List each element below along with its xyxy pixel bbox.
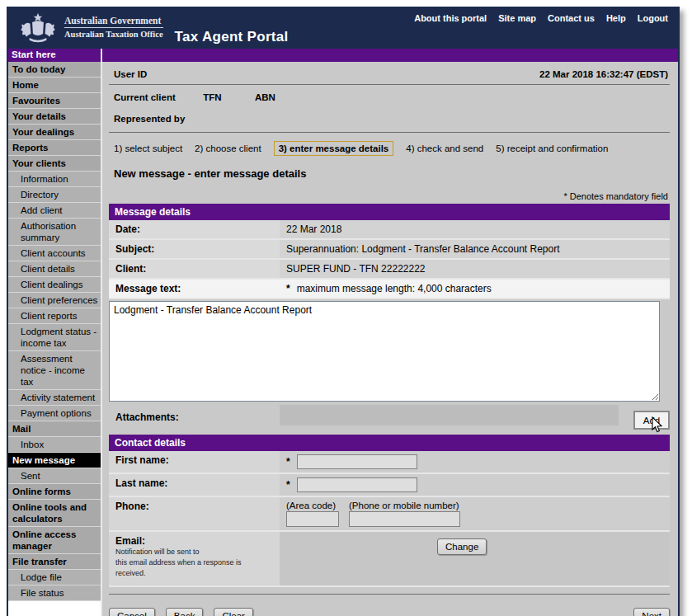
clear-button[interactable]: Clear (214, 608, 252, 616)
office-name-text: Australian Taxation Office (64, 28, 163, 39)
wizard-steps: 1) select subject 2) choose client 3) en… (109, 133, 670, 158)
current-client-bar: Current client TFN ABN (109, 85, 670, 104)
mandatory-field-note: * Denotes mandatory field (109, 181, 670, 204)
sidebar-item-sent[interactable]: Sent (8, 468, 101, 484)
attachments-label: Attachments: (109, 405, 280, 423)
sidebar-item-file-status[interactable]: File status (8, 585, 101, 601)
gov-name-text: Australian Government (64, 16, 163, 28)
cancel-button[interactable]: Cancel (109, 608, 155, 616)
sidebar-item-mail[interactable]: Mail (8, 421, 101, 437)
first-name-label: First name: (109, 451, 280, 473)
sidebar-item-payment-options[interactable]: Payment options (8, 406, 101, 421)
first-name-row: First name: * (109, 451, 670, 474)
sidebar-item-assessment-notice-income-tax[interactable]: Assessment notice - income tax (8, 351, 101, 390)
date-label: Date: (109, 220, 280, 238)
session-timestamp: 22 Mar 2018 16:32:47 (EDST) (539, 69, 668, 79)
add-attachment-button[interactable]: Add (633, 411, 670, 430)
area-code-input[interactable] (286, 511, 339, 527)
sidebar-item-new-message[interactable]: New message (8, 453, 101, 468)
header-links: About this portal Site map Contact us He… (414, 13, 668, 23)
top-header: Australian Government Australian Taxatio… (8, 8, 678, 49)
next-button[interactable]: Next (633, 608, 670, 616)
required-marker: * (286, 456, 290, 468)
sidebar-item-client-dealings[interactable]: Client dealings (8, 277, 101, 293)
sidebar-item-directory[interactable]: Directory (8, 187, 101, 203)
email-note-line1: Notification will be sent to (115, 547, 273, 557)
link-help[interactable]: Help (606, 13, 626, 23)
client-value: SUPER FUND - TFN 22222222 (280, 260, 670, 278)
sidebar-item-lodgment-status-income-tax[interactable]: Lodgment status - income tax (8, 324, 101, 351)
sidebar-item-online-forms[interactable]: Online forms (8, 484, 101, 500)
purple-strip-row: Start here (8, 49, 678, 62)
portal-window: Australian Government Australian Taxatio… (7, 7, 680, 616)
email-label: Email: (115, 535, 273, 547)
sidebar-item-online-tools-and-calculators[interactable]: Online tools and calculators (8, 500, 101, 527)
sidebar-item-client-details[interactable]: Client details (8, 261, 101, 277)
sidebar-item-to-do-today[interactable]: To do today (8, 62, 101, 78)
message-length-note: maximum message length: 4,000 characters (297, 283, 492, 294)
sidebar-item-client-preferences[interactable]: Client preferences (8, 293, 101, 308)
step-enter-message-details: 3) enter message details (274, 141, 394, 156)
required-marker: * (286, 479, 290, 491)
sidebar-item-file-transfer[interactable]: File transfer (8, 554, 101, 570)
change-email-button[interactable]: Change (437, 538, 487, 555)
main-content: User ID 22 Mar 2018 16:32:47 (EDST) Curr… (102, 62, 678, 616)
government-branding: Australian Government Australian Taxatio… (64, 16, 163, 39)
message-text-note-cell: *maximum message length: 4,000 character… (280, 280, 670, 298)
sidebar-item-inbox[interactable]: Inbox (8, 437, 101, 453)
message-details-header: Message details (109, 204, 670, 220)
email-note-line2: this email address when a response is re… (115, 557, 273, 579)
sidebar-item-your-clients[interactable]: Your clients (8, 156, 101, 172)
sidebar-item-client-accounts[interactable]: Client accounts (8, 246, 101, 261)
portal-title: Tax Agent Portal (175, 29, 289, 45)
subject-value: Superannuation: Lodgment - Transfer Bala… (280, 240, 670, 258)
sidebar-item-start-here[interactable]: Start here (8, 49, 102, 62)
add-button-label: Add (643, 416, 660, 426)
sidebar-item-home[interactable]: Home (8, 78, 101, 93)
last-name-cell: * (280, 474, 670, 496)
link-contact-us[interactable]: Contact us (548, 13, 595, 23)
contact-details-header: Contact details (109, 435, 670, 451)
sidebar-item-activity-statement[interactable]: Activity statement (8, 390, 101, 406)
sidebar-item-information[interactable]: Information (8, 172, 101, 187)
client-row: Client: SUPER FUND - TFN 22222222 (109, 260, 670, 280)
sidebar-item-your-dealings[interactable]: Your dealings (8, 125, 101, 140)
sidebar-item-online-access-manager[interactable]: Online access manager (8, 527, 101, 554)
required-marker: * (286, 283, 290, 294)
sidebar-item-lodge-file[interactable]: Lodge file (8, 570, 101, 585)
subject-row: Subject: Superannuation: Lodgment - Tran… (109, 240, 670, 260)
last-name-row: Last name: * (109, 474, 670, 497)
attachments-list-area (280, 405, 619, 426)
last-name-label: Last name: (109, 474, 280, 496)
message-text-input[interactable]: Lodgment - Transfer Balance Account Repo… (109, 301, 660, 402)
last-name-input[interactable] (297, 477, 417, 492)
sidebar-item-favourites[interactable]: Favourites (8, 93, 101, 109)
link-site-map[interactable]: Site map (498, 13, 536, 23)
step-receipt-and-confirmation: 5) receipt and confirmation (496, 143, 608, 153)
email-value-cell: Change (280, 532, 670, 585)
message-text-label: Message text: (109, 280, 280, 298)
sidebar-item-client-reports[interactable]: Client reports (8, 308, 101, 324)
current-client-label: Current client (114, 92, 200, 102)
sidebar-item-add-client[interactable]: Add client (8, 203, 101, 219)
sidebar-item-your-details[interactable]: Your details (8, 109, 101, 125)
email-label-cell: Email: Notification will be sent to this… (109, 532, 280, 585)
sidebar-item-reports[interactable]: Reports (8, 140, 101, 156)
date-row: Date: 22 Mar 2018 (109, 220, 670, 240)
purple-strip (102, 49, 678, 62)
subject-label: Subject: (109, 240, 280, 258)
back-button[interactable]: Back (166, 608, 204, 616)
sidebar-item-authorisation-summary[interactable]: Authorisation summary (8, 219, 101, 246)
represented-by-label: Represented by (109, 104, 670, 133)
email-row: Email: Notification will be sent to this… (109, 532, 670, 587)
first-name-input[interactable] (297, 454, 417, 469)
phone-cell: (Area code) (Phone or mobile number) (280, 497, 670, 530)
link-about-this-portal[interactable]: About this portal (414, 13, 487, 23)
phone-label: Phone: (109, 497, 280, 530)
phone-number-input[interactable] (349, 511, 460, 527)
page-title: New message - enter message details (109, 158, 670, 181)
phone-number-hint: (Phone or mobile number) (349, 501, 460, 510)
sidebar-nav: To do today Home Favourites Your details… (8, 62, 102, 616)
client-label: Client: (109, 260, 280, 278)
link-logout[interactable]: Logout (638, 13, 668, 23)
